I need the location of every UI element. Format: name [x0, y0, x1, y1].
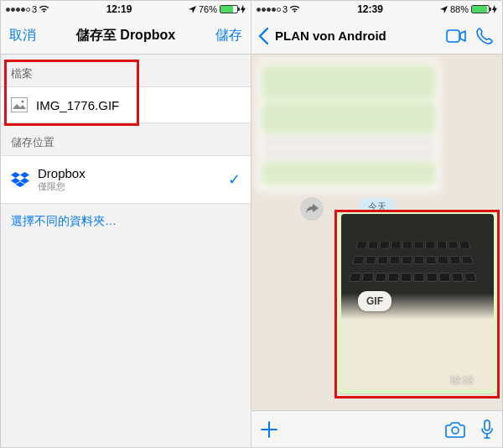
location-sub: 僅限您	[38, 180, 86, 193]
forward-button[interactable]	[300, 197, 324, 221]
back-button[interactable]	[258, 28, 268, 44]
camera-button[interactable]	[445, 421, 465, 438]
location-icon	[189, 6, 196, 13]
location-section-label: 儲存位置	[1, 123, 251, 155]
status-bar: 3 12:19 76%	[1, 1, 251, 18]
save-button[interactable]: 儲存	[215, 27, 242, 44]
nav-bar: 取消 儲存至 Dropbox 儲存	[1, 18, 251, 55]
voice-call-button[interactable]	[474, 28, 495, 44]
dropbox-icon	[11, 172, 29, 187]
svg-rect-4	[485, 420, 490, 430]
svg-rect-2	[447, 30, 459, 42]
input-toolbar	[252, 410, 502, 447]
mic-button[interactable]	[480, 419, 494, 440]
svg-rect-0	[11, 97, 28, 112]
phone-icon	[476, 28, 493, 44]
chevron-left-icon	[258, 28, 268, 44]
video-icon	[446, 29, 466, 43]
file-section-label: 檔案	[1, 55, 251, 86]
dropbox-save-screen: 3 12:19 76% 取消 儲存至 Dropbox 儲存 檔案 IMG_177…	[1, 1, 252, 447]
carrier-label: 3	[283, 4, 288, 14]
checkmark-icon: ✓	[228, 170, 241, 189]
location-row[interactable]: Dropbox 僅限您 ✓	[1, 155, 251, 204]
charging-icon	[241, 5, 246, 13]
chat-title[interactable]: PLAN von Android	[275, 29, 438, 43]
image-icon	[11, 97, 28, 112]
incoming-message-blurred	[257, 60, 441, 193]
cancel-button[interactable]: 取消	[9, 27, 36, 44]
outgoing-gif-message[interactable]: GIF 12:12	[338, 211, 497, 393]
battery-pct: 88%	[450, 4, 469, 14]
camera-icon	[445, 421, 465, 438]
svg-point-1	[21, 100, 23, 102]
gif-badge: GIF	[358, 291, 392, 311]
file-row[interactable]: IMG_1776.GIF	[1, 86, 251, 123]
status-bar: 3 12:39 88%	[252, 1, 502, 18]
plus-icon	[260, 420, 278, 439]
attach-button[interactable]	[260, 420, 278, 439]
clock: 12:39	[357, 3, 383, 15]
location-icon	[440, 6, 448, 13]
wifi-icon	[39, 5, 49, 13]
choose-folder-link[interactable]: 選擇不同的資料夾…	[1, 204, 251, 239]
sent-check-icon	[475, 377, 485, 384]
video-call-button[interactable]	[445, 28, 467, 44]
battery-pct: 76%	[199, 4, 217, 14]
signal-icon	[6, 8, 30, 12]
clock: 12:19	[106, 3, 132, 15]
signal-icon	[257, 8, 281, 12]
gif-preview: GIF 12:12	[341, 214, 494, 390]
whatsapp-chat-screen: 3 12:39 88% PLAN von Android	[252, 1, 502, 447]
carrier-label: 3	[32, 4, 37, 14]
location-name: Dropbox	[38, 166, 86, 180]
nav-bar: PLAN von Android	[252, 18, 502, 55]
chat-area[interactable]: 今天 GIF 12:12	[252, 55, 502, 410]
battery-icon	[220, 5, 238, 13]
message-timestamp: 12:12	[449, 375, 485, 385]
svg-point-3	[452, 427, 459, 434]
mic-icon	[480, 419, 494, 440]
nav-title: 儲存至 Dropbox	[76, 27, 175, 44]
forward-icon	[306, 204, 319, 215]
file-name: IMG_1776.GIF	[36, 98, 119, 112]
charging-icon	[492, 5, 497, 13]
battery-icon	[471, 5, 490, 13]
wifi-icon	[289, 5, 300, 13]
